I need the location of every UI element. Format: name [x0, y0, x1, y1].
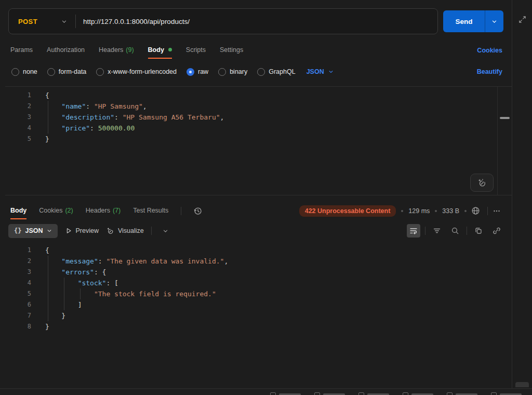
tab-label: Test Results: [133, 207, 168, 214]
visualize-button[interactable]: Visualize: [106, 227, 144, 235]
body-mode-none[interactable]: none: [11, 68, 37, 76]
tab-body[interactable]: Body: [148, 42, 172, 59]
chevron-down-icon: [328, 69, 334, 74]
wrap-text-icon: [409, 227, 418, 235]
scrollbar-track: [497, 87, 498, 195]
tab-params[interactable]: Params: [10, 42, 33, 59]
radio-icon: [257, 68, 265, 76]
radio-icon: [47, 68, 55, 76]
response-tabs-row: Body Cookies(2) Headers(7) Test Results …: [0, 202, 512, 219]
request-tabs: Params Authorization Headers(9) Body Scr…: [0, 42, 512, 59]
tab-count: (9): [126, 46, 134, 54]
tab-scripts[interactable]: Scripts: [186, 42, 206, 59]
method-label: POST: [18, 18, 37, 25]
cookies-link[interactable]: Cookies: [477, 47, 502, 54]
send-button[interactable]: Send: [443, 10, 485, 32]
status-bar-icon: [314, 392, 320, 395]
body-mode-row: none form-data x-www-form-urlencoded raw…: [0, 63, 512, 80]
link-button[interactable]: [490, 224, 503, 238]
body-mode-raw[interactable]: raw: [187, 68, 208, 76]
response-tab-headers[interactable]: Headers(7): [86, 202, 121, 219]
search-icon: [451, 227, 459, 235]
separator-dot: [435, 210, 437, 212]
body-mode-urlencoded[interactable]: x-www-form-urlencoded: [96, 68, 177, 76]
wrap-text-button[interactable]: [407, 224, 420, 238]
link-icon: [493, 227, 501, 235]
response-body-code: 1{2 "message": "The given data was inval…: [5, 242, 512, 332]
radio-icon: [218, 68, 226, 76]
response-history-button[interactable]: [191, 204, 204, 218]
status-bar-icon: [447, 392, 453, 395]
radio-icon: [96, 68, 104, 76]
body-mode-graphql[interactable]: GraphQL: [257, 68, 295, 76]
response-more-options-button[interactable]: [490, 204, 503, 218]
divider: [467, 227, 467, 235]
tab-headers[interactable]: Headers(9): [99, 42, 134, 59]
filter-button[interactable]: [430, 224, 444, 238]
body-mode-form-data[interactable]: form-data: [47, 68, 87, 76]
magic-wand-icon: [106, 227, 114, 235]
tab-label: Authorization: [47, 46, 85, 54]
tab-label: Headers: [99, 46, 123, 54]
response-view-options-button[interactable]: [159, 224, 172, 238]
tab-settings[interactable]: Settings: [220, 42, 243, 59]
network-info-button[interactable]: [469, 204, 482, 218]
radio-selected-icon: [187, 68, 194, 76]
scrollbar-thumb[interactable]: [500, 117, 510, 119]
tab-label: Body: [148, 46, 164, 54]
status-bar-item[interactable]: [270, 392, 301, 395]
tab-label: Params: [10, 46, 33, 54]
preview-button[interactable]: Preview: [65, 227, 99, 234]
status-bar-icon: [358, 392, 364, 395]
status-bar-item[interactable]: [358, 392, 389, 395]
send-options-button[interactable]: [485, 10, 503, 32]
json-braces-icon: {}: [14, 227, 21, 234]
status-bar: [0, 388, 532, 395]
play-icon: [65, 227, 72, 234]
status-bar-item[interactable]: [314, 392, 345, 395]
status-bar-icon: [403, 392, 408, 395]
status-bar-item[interactable]: [403, 392, 433, 395]
body-mode-binary[interactable]: binary: [218, 68, 247, 76]
magic-wand-icon: [477, 178, 487, 188]
response-body-editor[interactable]: 1{2 "message": "The given data was inval…: [5, 242, 512, 387]
request-response-panel: POST Send Params Authorization Headers(9…: [0, 0, 512, 388]
indent-guide: [48, 256, 48, 321]
status-bar-item[interactable]: [491, 392, 522, 395]
indent-guide: [48, 101, 48, 134]
response-tab-body[interactable]: Body: [10, 202, 26, 219]
raw-type-selector[interactable]: JSON: [307, 68, 334, 75]
divider: [181, 207, 181, 215]
response-size: 333 B: [442, 207, 459, 215]
separator-dot: [401, 210, 403, 212]
request-body-code: 1{2 "name": "HP Samsung",3 "description"…: [5, 87, 512, 144]
tab-label: Scripts: [186, 46, 206, 54]
method-selector[interactable]: POST: [9, 9, 75, 34]
indent-guide: [80, 288, 81, 299]
response-tab-test-results[interactable]: Test Results: [133, 202, 168, 219]
body-modified-dot: [168, 48, 172, 51]
divider: [151, 227, 152, 235]
response-tab-cookies[interactable]: Cookies(2): [39, 202, 73, 219]
right-sidebar-rail: [512, 0, 532, 388]
beautify-link[interactable]: Beautify: [477, 68, 502, 75]
tab-authorization[interactable]: Authorization: [47, 42, 85, 59]
response-meta: 422 Unprocessable Content 129 ms 333 B: [299, 204, 503, 218]
history-clock-icon: [193, 206, 202, 215]
divider: [425, 227, 425, 235]
pane-layout-handle[interactable]: [515, 382, 529, 387]
status-bar-item[interactable]: [447, 392, 477, 395]
request-body-editor[interactable]: 1{2 "name": "HP Samsung",3 "description"…: [5, 86, 512, 195]
chevron-down-icon: [47, 228, 52, 233]
url-bar: POST: [8, 8, 438, 34]
postbot-suggestion-button[interactable]: [470, 174, 494, 192]
response-format-selector[interactable]: {} JSON: [8, 224, 58, 238]
expand-pane-button[interactable]: [515, 12, 529, 26]
url-input[interactable]: [76, 18, 437, 25]
search-button[interactable]: [448, 224, 462, 238]
expand-diagonal-icon: [518, 16, 526, 23]
globe-icon: [471, 206, 480, 215]
copy-button[interactable]: [472, 224, 485, 238]
send-split-button: Send: [443, 10, 503, 32]
url-row: POST Send: [0, 0, 512, 34]
